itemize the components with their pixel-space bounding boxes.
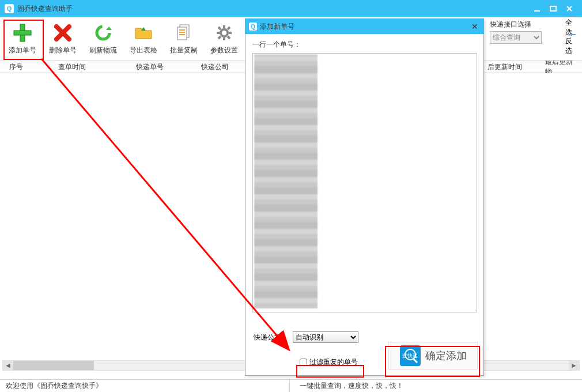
dialog-titlebar: Q 添加新单号 ✕ [245,19,483,34]
svg-rect-5 [14,31,31,35]
search-express-icon: 查快递 [400,345,421,366]
svg-line-23 [228,27,230,29]
dialog-title: 添加新单号 [260,22,470,32]
gear-icon [214,22,235,43]
refresh-icon [93,22,114,43]
interface-panel: 快递接口选择 综合查询 [490,17,565,61]
side-buttons: 全选 反选 [565,17,579,54]
svg-point-16 [221,29,228,36]
confirm-add-button[interactable]: 查快递 确定添加 [388,342,478,370]
svg-rect-1 [550,6,556,11]
checkbox-icon [569,16,576,17]
copy-icon [173,22,194,43]
tracking-numbers-input[interactable] [252,53,477,312]
svg-point-25 [405,349,415,360]
interface-select[interactable]: 综合查询 [490,31,542,44]
invert-selection-button[interactable]: 反选 [565,36,579,54]
dialog-hint: 一行一个单号： [252,40,477,50]
company-label: 快递公司： [254,333,288,342]
checkbox-icon [569,34,576,35]
company-select[interactable]: 自动识别 [293,331,358,343]
add-tracking-dialog: Q 添加新单号 ✕ 一行一个单号： 快递公司： 自动识别 过滤重复的单号 查快递… [245,18,484,376]
refresh-label: 刷新物流 [89,46,117,55]
col-company[interactable]: 快递公司 [187,62,242,72]
delete-tracking-button[interactable]: 删除单号 [43,20,83,58]
status-left: 欢迎使用《固乔快递查询快手》 [0,381,108,391]
batch-copy-label: 批量复制 [170,46,198,55]
svg-line-26 [414,359,417,363]
svg-marker-9 [106,27,112,30]
svg-line-22 [228,36,230,39]
filter-duplicate-input[interactable] [300,359,307,366]
export-label: 导出表格 [130,46,157,55]
plus-icon [12,22,33,43]
batch-copy-button[interactable]: 批量复制 [164,20,204,58]
col-query-time[interactable]: 查单时间 [32,62,112,72]
close-button[interactable] [561,3,577,14]
app-title: 固乔快递查询助手 [17,4,73,14]
status-right: 一键批量查询，速度快，快，快！ [294,381,409,391]
add-tracking-label: 添加单号 [9,46,36,55]
refresh-button[interactable]: 刷新物流 [83,20,123,58]
confirm-add-label: 确定添加 [425,349,467,363]
select-all-button[interactable]: 全选 [565,17,579,36]
settings-button[interactable]: 参数设置 [204,20,244,58]
svg-rect-12 [177,27,187,40]
export-button[interactable]: 导出表格 [123,20,164,58]
window-titlebar: Q 固乔快递查询助手 [0,0,582,17]
svg-line-24 [218,36,221,39]
delete-tracking-label: 删除单号 [49,46,77,55]
maximize-button[interactable] [545,3,561,14]
settings-label: 参数设置 [210,46,238,55]
folder-icon [133,22,154,43]
svg-line-21 [218,27,221,29]
col-track-no[interactable]: 快递单号 [112,62,187,72]
company-row: 快递公司： 自动识别 [254,331,358,343]
dialog-icon: Q [249,22,257,31]
col-last-update[interactable]: 后更新时间 [484,62,542,72]
scroll-right-arrow[interactable]: ► [569,361,579,370]
col-seq[interactable]: 序号 [0,62,32,72]
svg-marker-10 [141,27,146,31]
dialog-close-button[interactable]: ✕ [470,22,480,31]
minimize-button[interactable] [529,3,545,14]
delete-icon [52,22,73,43]
app-icon: Q [5,4,14,13]
scroll-left-arrow[interactable]: ◄ [3,361,13,370]
add-tracking-button[interactable]: 添加单号 [2,20,43,58]
filter-duplicate-checkbox[interactable]: 过滤重复的单号 [300,357,358,367]
scroll-thumb[interactable] [13,361,94,370]
status-bar: 欢迎使用《固乔快递查询快手》 一键批量查询，速度快，快，快！ [0,379,582,392]
interface-label: 快递接口选择 [490,20,531,29]
